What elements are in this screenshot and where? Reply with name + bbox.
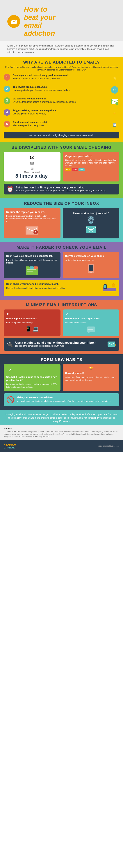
intro-text: Email is an important part of our commun… (7, 44, 116, 54)
tracker-card: ✓ Use habit tracking apps to consolidate… (4, 364, 60, 391)
closing-text: Managing email addiction means we can ge… (5, 413, 118, 423)
plugin-text-block: Use a plugin to send email without acces… (15, 341, 96, 347)
why-item-1: 1 Opening our emails occasionally produc… (4, 73, 119, 83)
use-realtime-text: to communicate instead. (65, 321, 117, 324)
why-text-5: Checking email becomes a habit after we … (13, 121, 107, 127)
browser-tabs-icon (6, 266, 58, 275)
header-badge (7, 15, 20, 28)
logo-line1: HEADWAY (4, 443, 17, 446)
remove-notif-text: from your phone and desktop. (6, 321, 58, 324)
habits-top-row: ✓ Use habit tracking apps to consolidate… (4, 364, 119, 391)
bury-phone-card: Bury the email app on your phone so it's… (63, 252, 120, 278)
svg-rect-18 (27, 269, 36, 270)
no-charge-card: Don't charge your phone by your bed at n… (4, 280, 119, 296)
trash-icon: 🗑️ (87, 216, 95, 224)
footer-right: credit for small businesses (98, 445, 119, 447)
harder-title-block: MAKE IT HARDER TO CHECK YOUR EMAIL (0, 242, 123, 252)
why-number-3: 3 (4, 97, 10, 104)
sources-title: Sources (4, 427, 119, 429)
organize-text: Create folders for your emails, splittin… (65, 159, 117, 167)
why-number-4: 4 (4, 109, 10, 116)
why-item-3: 3 We continue to check our email. Even t… (4, 97, 119, 106)
habits-title-block: FORM NEW HABITS (0, 354, 123, 364)
envelope-icon-3: ✉ (30, 166, 34, 171)
svg-rect-15 (26, 267, 30, 269)
check-icon: ✓ (6, 367, 14, 374)
discipline-title-block: BE DISCIPLINED WITH YOUR EMAIL CHECKING (0, 142, 123, 152)
reduce-replies-card: Reduce the replies you receive. Before s… (4, 208, 60, 239)
svg-rect-19 (27, 271, 33, 272)
check-times: 3 times a day. (15, 173, 49, 179)
why-icon-2 (110, 85, 119, 94)
svg-rect-33 (88, 328, 95, 328)
why-text-4: Triggers relating to email are everywher… (13, 109, 107, 115)
title-line2: beat your (24, 13, 55, 21)
footer-tagline: credit for small businesses (98, 445, 119, 447)
check-label: Check your email (24, 171, 40, 173)
why-subtitle: Ever found yourself in your email and ca… (4, 66, 119, 71)
why-number-1: 1 (4, 74, 10, 81)
why-text-2: This reward produces dopamine, releasing… (13, 85, 107, 92)
svg-rect-36 (107, 342, 115, 347)
chat-icon (65, 326, 117, 334)
no-charge-text: Reduce the chances of late night or earl… (6, 287, 99, 289)
phone-notif-icon: 📱 (25, 326, 31, 332)
why-item-5: 5 Checking email becomes a habit after w… (4, 121, 119, 130)
harder-title: MAKE IT HARDER TO CHECK YOUR EMAIL (4, 245, 119, 250)
svg-marker-37 (115, 344, 116, 346)
set-limit-text-block: Set a limit on the time you spend on you… (16, 186, 106, 192)
no-charge-row: Don't charge your phone by your bed at n… (6, 283, 117, 293)
set-limit-desc: If it takes you an hour to work through … (16, 189, 106, 192)
title-email: email (24, 22, 42, 29)
why-icon-4: ⚡ (110, 109, 119, 118)
envelope-icon-2: ✉ (30, 161, 34, 166)
reward-text: with a treat if you manage to go a day w… (65, 376, 117, 382)
x-mark-icon: ✗ (6, 312, 58, 316)
svg-point-2 (113, 89, 114, 90)
reward-title: Reward yourself (65, 372, 117, 375)
tracker-text: Do you normally check your email on your… (6, 383, 58, 389)
discipline-content: ✉ ✉ ✉ Check your email 3 times a day. Or… (0, 152, 123, 198)
title-line1: How to (24, 5, 47, 13)
svg-marker-35 (88, 332, 90, 334)
unsub-title: Unsubscribe from junk mail.3 (73, 212, 109, 215)
organize-title: Organize your inbox. (65, 155, 117, 158)
folder-next: next (72, 168, 78, 171)
svg-point-1 (111, 86, 118, 94)
envelope-icon-1: ✉ (30, 155, 34, 161)
email-illustration: ✗ (6, 225, 58, 236)
envelope-icons: ✉ ✉ ✉ (30, 155, 34, 171)
habits-content: ✓ Use habit tracking apps to consolidate… (0, 364, 123, 410)
bed-phone-icon (102, 283, 117, 293)
interrupt-content: ✗ Remove push notifications from your ph… (0, 309, 123, 354)
interrupt-title-block: MINIMIZE EMAIL INTERRUPTIONS (0, 300, 123, 309)
weekend-text: and ask friends and family to help keep … (17, 400, 117, 403)
set-limit-card: ⏰ Set a limit on the time you spend on y… (4, 184, 119, 194)
folder-later: later (78, 168, 84, 171)
logo-line2: CAPITAL (4, 446, 15, 449)
sources-section: Sources 1. Skinner (1938): The Behavior … (0, 425, 123, 440)
svg-text:✗: ✗ (34, 230, 37, 234)
interrupt-top-row: ✗ Remove push notifications from your ph… (4, 309, 119, 336)
no-tab-card: Don't have your emails on a separate tab… (4, 252, 60, 278)
discipline-top-row: ✉ ✉ ✉ Check your email 3 times a day. Or… (4, 152, 119, 182)
reward-card: 🏆 Reward yourself with a treat if you ma… (63, 364, 120, 391)
footer: HEADWAY CAPITAL credit for small busines… (0, 440, 123, 452)
svg-text:!: ! (117, 102, 117, 105)
svg-point-3 (116, 89, 116, 90)
why-icon-3: ! (110, 97, 119, 106)
reward-icon: 🏆 (65, 367, 117, 370)
discipline-title: BE DISCIPLINED WITH YOUR EMAIL CHECKING (4, 145, 119, 150)
intro-section: Email is an important part of our commun… (0, 41, 123, 57)
no-sign: 🚫 (6, 396, 15, 404)
weekend-text-block: Make your weekends email-free and ask fr… (17, 396, 117, 403)
device-icons: 📱 💻 (6, 326, 58, 332)
svg-rect-11 (86, 226, 96, 233)
check-mark-icon: ✓ (65, 312, 117, 316)
desktop-notif-icon: 💻 (33, 326, 39, 332)
svg-rect-34 (88, 329, 93, 330)
tracker-title: Use habit tracking apps to consolidate a… (6, 376, 58, 382)
inbox-title-block: REDUCE THE SIZE OF YOUR INBOX (0, 198, 123, 208)
why-icon-1: ⭐ (110, 73, 119, 83)
no-charge-text-block: Don't charge your phone by your bed at n… (6, 283, 99, 289)
